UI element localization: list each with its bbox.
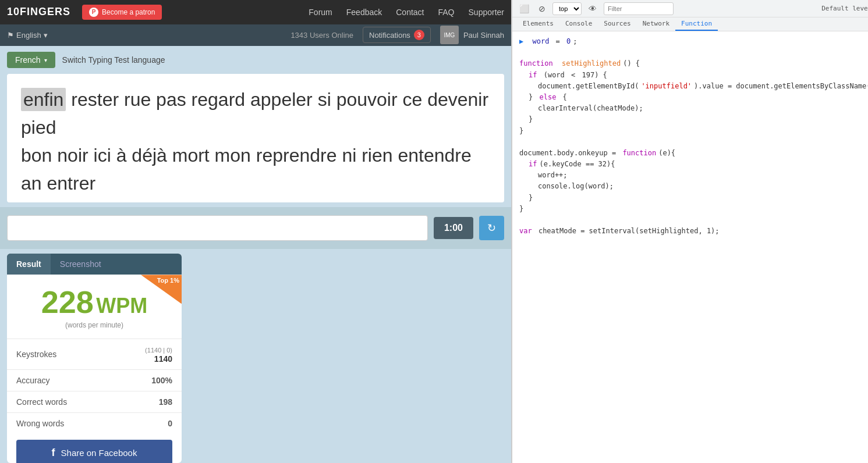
accuracy-row: Accuracy 100% (7, 370, 182, 391)
typing-line-2: bon noir ici à déjà mort mon reprendre n… (21, 141, 490, 197)
notifications-button[interactable]: Notifications 3 (363, 27, 431, 43)
language-name: English (16, 31, 41, 40)
correct-words-label: Correct words (7, 391, 112, 413)
caret-icon: ▾ (44, 57, 47, 63)
code-line-close-if-keycode: } (519, 193, 868, 204)
code-line-1: ▶ word = 0 ; (519, 36, 868, 47)
nav-faq[interactable]: FAQ (438, 8, 455, 17)
nav-links: Forum Feedback Contact FAQ Supporter (309, 8, 504, 17)
stats-table: Keystrokes (1140 | 0) 1140 Accuracy 100%… (7, 339, 182, 434)
notification-badge: 3 (414, 30, 424, 40)
wrong-words-value: 0 (112, 413, 182, 434)
devtools-tab-function[interactable]: Function (675, 17, 718, 31)
users-online-count: 1343 Users Online (290, 31, 353, 40)
wrong-words-row: Wrong words 0 (7, 413, 182, 434)
code-line-var-cheatmode: var cheatMode = setInterval(setHighlight… (519, 226, 868, 237)
keystrokes-value: (1140 | 0) 1140 (112, 339, 182, 370)
keystrokes-row: Keystrokes (1140 | 0) 1140 (7, 339, 182, 370)
wpm-number: 228 (41, 284, 94, 319)
tab-result[interactable]: Result (7, 254, 51, 275)
code-line-else: } else { (519, 92, 868, 103)
wpm-display: 228 WPM (16, 284, 172, 320)
highlighted-word: enfin (21, 88, 66, 111)
devtools-default-levels: Default levels (821, 5, 868, 12)
devtools-tab-console[interactable]: Console (559, 17, 598, 31)
language-selector[interactable]: ⚑ English ▾ (7, 31, 48, 40)
devtools-toolbar: ⬜ ⊘ top 👁 Default levels ▾ (512, 0, 868, 17)
code-area: ▶ word = 0 ; function setHighlighted () … (512, 31, 868, 463)
typing-text-area: enfin rester rue pas regard appeler si p… (7, 74, 504, 202)
notifications-label: Notifications (369, 31, 410, 40)
code-line-clearinterval: clearInterval(cheatMode); (519, 103, 868, 114)
correct-words-row: Correct words 198 (7, 391, 182, 413)
top-nav: 10FINGERS Become a patron Forum Feedback… (0, 0, 511, 24)
devtools-panel: ⬜ ⊘ top 👁 Default levels ▾ Elements Cons… (511, 0, 868, 463)
results-panel: Result Screenshot Top 1% 228 WPM (words … (7, 254, 182, 463)
devtools-inspect-button[interactable]: ⬜ (517, 3, 532, 15)
devtools-mobile-button[interactable]: ⊘ (536, 3, 548, 15)
typing-input[interactable] (7, 215, 428, 241)
nav-supporter[interactable]: Supporter (469, 8, 504, 17)
code-line-blank-3 (519, 215, 868, 226)
language-label: ⚑ (7, 31, 14, 40)
code-line-blank-2 (519, 137, 868, 148)
nav-feedback[interactable]: Feedback (346, 8, 382, 17)
facebook-icon: f (52, 447, 55, 459)
code-line-onkeyup: document.body.onkeyup = function (e){ (519, 148, 868, 159)
tab-screenshot[interactable]: Screenshot (51, 254, 111, 275)
code-line-close-else: } (519, 114, 868, 125)
code-line-console-log: console.log(word); (519, 181, 868, 192)
top-badge-label: Top 1% (157, 277, 179, 284)
devtools-eye-button[interactable]: 👁 (586, 3, 599, 15)
code-line-close-fn: } (519, 126, 868, 137)
typing-line-1: enfin rester rue pas regard appeler si p… (21, 86, 490, 141)
wpm-area: Top 1% 228 WPM (words per minute) (7, 275, 182, 339)
avatar: IMG (440, 26, 459, 44)
keystrokes-label: Keystrokes (7, 339, 112, 370)
nav-forum[interactable]: Forum (309, 8, 332, 17)
user-area: IMG Paul Sinnah (440, 26, 504, 44)
keystrokes-detail: (1140 | 0) (145, 347, 172, 354)
code-line-blank-1 (519, 47, 868, 58)
code-line-getbyid: document.getElementById( 'inputfield' ).… (519, 81, 868, 92)
accuracy-value: 100% (112, 370, 182, 391)
app-logo: 10FINGERS (7, 6, 70, 18)
nav-contact[interactable]: Contact (396, 8, 424, 17)
chevron-down-icon: ▾ (44, 31, 48, 40)
code-line-function: function setHighlighted () { (519, 58, 868, 69)
code-line-if: if (word < 197) { (519, 70, 868, 81)
input-area: 1:00 ↻ (0, 207, 511, 249)
share-facebook-button[interactable]: f Share on Facebook (16, 440, 172, 463)
accuracy-label: Accuracy (7, 370, 112, 391)
devtools-filter-input[interactable] (604, 2, 674, 15)
wrong-words-label: Wrong words (7, 413, 112, 434)
typing-line-1-rest: rester rue pas regard appeler si pouvoir… (21, 89, 488, 138)
become-patron-button[interactable]: Become a patron (82, 5, 162, 20)
language-bar: French ▾ Switch Typing Test language (0, 46, 511, 74)
triangle-icon: ▶ (519, 36, 523, 47)
devtools-tab-elements[interactable]: Elements (517, 17, 559, 31)
timer-display[interactable]: 1:00 (434, 217, 473, 239)
share-facebook-label: Share on Facebook (61, 448, 137, 458)
switch-language-text: Switch Typing Test language (62, 55, 165, 65)
keystrokes-number: 1140 (154, 354, 172, 364)
devtools-tab-sources[interactable]: Sources (598, 17, 636, 31)
user-name: Paul Sinnah (463, 31, 504, 40)
code-line-if-keycode: if (e.keyCode == 32){ (519, 159, 868, 170)
reset-button[interactable]: ↻ (479, 216, 504, 240)
wpm-sublabel: (words per minute) (16, 321, 172, 329)
devtools-tab-network[interactable]: Network (637, 17, 675, 31)
correct-words-value: 198 (112, 391, 182, 413)
results-tabs: Result Screenshot (7, 254, 182, 275)
french-label: French (15, 55, 41, 65)
devtools-context-select[interactable]: top (552, 2, 582, 15)
code-line-word-inc: word++; (519, 170, 868, 181)
code-line-close-onkeyup: } (519, 204, 868, 215)
french-language-button[interactable]: French ▾ (7, 52, 55, 68)
devtools-tabs: Elements Console Sources Network Functio… (512, 17, 868, 31)
second-nav: ⚑ English ▾ 1343 Users Online Notificati… (0, 24, 511, 47)
